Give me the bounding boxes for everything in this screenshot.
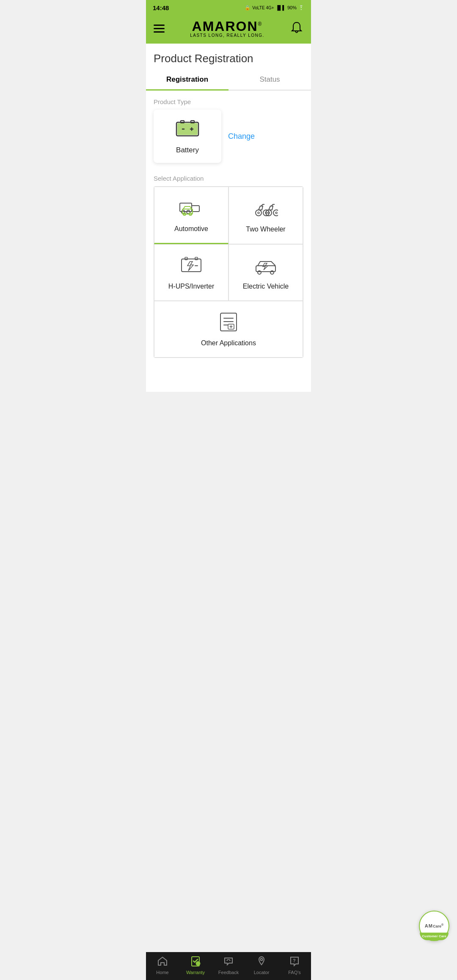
nav-item-locator[interactable]: Locator [249,955,274,975]
two-wheeler-label: Two Wheeler [246,226,285,233]
faqs-icon: ? [289,955,300,968]
nav-label-warranty: Warranty [186,970,205,975]
automotive-label: Automotive [174,225,208,233]
notification-bell[interactable] [290,21,303,36]
status-icons: 🔒 VoLTE 4G+ ▐▌▌ 90% 🔋 [245,5,304,11]
hups-inverter-icon [179,255,204,277]
product-type-row: Battery Change [146,110,311,167]
page-content: Product Registration Registration Status… [146,44,311,392]
nav-item-feedback[interactable]: Feedback [216,955,241,975]
warranty-icon [190,955,201,968]
hamburger-menu[interactable] [154,25,165,33]
tab-status[interactable]: Status [228,69,311,90]
other-applications-icon [216,311,241,333]
app-cell-other-applications[interactable]: Other Applications [154,301,303,358]
svg-point-22 [275,212,277,214]
svg-rect-3 [177,123,198,135]
app-header: AMARON® LASTS LONG, REALLY LONG. [146,15,311,44]
status-time: 14:48 [153,4,169,11]
hups-inverter-label: H-UPS/Inverter [168,283,214,290]
change-button[interactable]: Change [228,132,255,141]
nav-label-faqs: FAQ's [288,970,301,975]
select-application-label: Select Application [146,167,311,186]
application-grid: Automotive [154,186,303,358]
app-cell-electric-vehicle[interactable]: Electric Vehicle [228,244,303,301]
svg-point-39 [227,960,228,961]
nav-label-locator: Locator [254,970,270,975]
other-applications-label: Other Applications [201,339,256,347]
nav-label-feedback: Feedback [218,970,239,975]
svg-point-15 [256,210,262,216]
page-title: Product Registration [146,44,311,69]
electric-vehicle-icon [253,255,278,277]
app-cell-automotive[interactable]: Automotive [154,187,228,244]
home-icon [157,955,168,968]
nav-item-home[interactable]: Home [150,955,175,975]
tab-registration[interactable]: Registration [146,69,228,90]
status-bar: 14:48 🔒 VoLTE 4G+ ▐▌▌ 90% 🔋 [146,0,311,15]
battery-icon [175,118,200,141]
logo-text: AMARON® [190,19,264,33]
tabs: Registration Status [146,69,311,91]
feedback-icon [223,955,234,968]
app-cell-two-wheeler[interactable]: Two Wheeler [228,187,303,244]
svg-point-40 [229,960,230,961]
app-cell-hups-inverter[interactable]: H-UPS/Inverter [154,244,228,301]
tab-indicator [146,89,228,91]
automotive-icon [179,197,204,219]
locator-icon [256,955,267,968]
svg-point-41 [261,958,263,961]
electric-vehicle-label: Electric Vehicle [243,283,289,290]
nav-item-warranty[interactable]: Warranty [183,955,208,975]
svg-rect-23 [182,259,201,272]
nav-item-faqs[interactable]: ? FAQ's [282,955,307,975]
logo: AMARON® LASTS LONG, REALLY LONG. [190,19,264,38]
product-type-label: Product Type [146,91,311,110]
nav-label-home: Home [156,970,168,975]
battery-percentage: 90% [287,5,297,10]
two-wheeler-icon [253,198,278,220]
svg-point-16 [258,212,259,214]
product-card-label: Battery [176,146,199,154]
svg-text:?: ? [293,958,296,963]
logo-tagline: LASTS LONG, REALLY LONG. [190,33,264,38]
svg-rect-7 [180,203,192,212]
bottom-navigation: Home Warranty Feedback [146,952,311,980]
product-card-battery[interactable]: Battery [154,110,221,163]
